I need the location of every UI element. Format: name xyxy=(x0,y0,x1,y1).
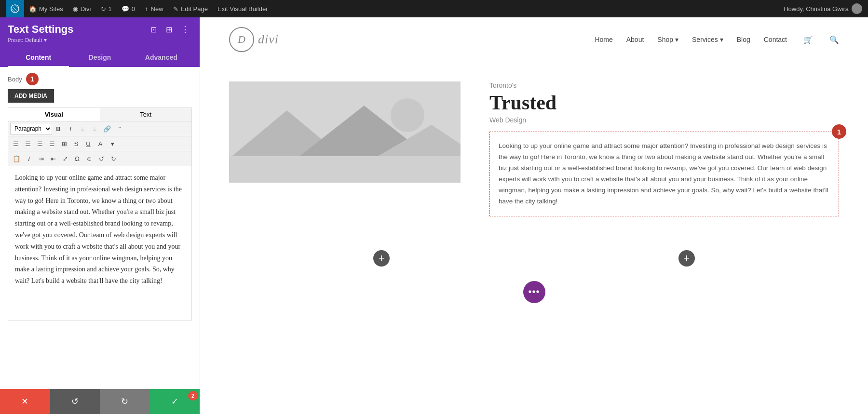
paragraph-select[interactable]: Paragraph Heading 1 Heading 2 xyxy=(10,123,52,134)
save-icon: ✓ xyxy=(171,396,178,407)
text-module-badge: 1 xyxy=(832,124,846,139)
tab-advanced[interactable]: Advanced xyxy=(131,49,192,67)
edit-page-label: Edit Page xyxy=(181,5,208,13)
site-nav: D divi Home About Shop ▾ Services ▾ Blog… xyxy=(200,17,868,62)
editor-tab-bar: Visual Text xyxy=(8,107,192,121)
undo-icon: ↺ xyxy=(71,396,79,407)
align-left-button[interactable]: ☰ xyxy=(10,138,22,149)
fullscreen-button[interactable]: ⤢ xyxy=(59,153,71,164)
search-icon[interactable]: 🔍 xyxy=(829,35,839,44)
nav-shop-label: Shop xyxy=(657,36,673,43)
services-chevron-icon: ▾ xyxy=(720,36,723,43)
sync-count: 1 xyxy=(108,5,112,13)
unordered-list-button[interactable]: ≡ xyxy=(77,123,88,134)
text-color-button[interactable]: A xyxy=(95,138,106,149)
cancel-button[interactable]: ✕ xyxy=(0,389,50,414)
redo-editor-button[interactable]: ↻ xyxy=(108,153,119,164)
exit-builder-label: Exit Visual Builder xyxy=(217,5,268,13)
tab-content[interactable]: Content xyxy=(8,49,69,67)
hero-image xyxy=(229,81,461,183)
editor-content[interactable]: Looking to up your online game and attra… xyxy=(8,166,192,321)
editor-tab-text[interactable]: Text xyxy=(100,108,192,121)
logo-circle-icon: D xyxy=(229,27,254,52)
wordpress-icon xyxy=(11,4,19,13)
nav-home[interactable]: Home xyxy=(595,36,612,43)
emoji-button[interactable]: ☺ xyxy=(83,153,95,164)
panel-body: Body 1 ADD MEDIA Visual Text Paragraph H… xyxy=(0,67,200,389)
toolbar-row-3: 📋 I ⇥ ⇤ ⤢ Ω ☺ ↺ ↻ xyxy=(8,151,191,166)
panel-tabs: Content Design Advanced xyxy=(8,49,192,67)
divi-menu[interactable]: ◉ Divi xyxy=(68,0,96,17)
preset-label[interactable]: Preset: Default ▾ xyxy=(8,37,192,44)
body-label-text: Body xyxy=(8,76,22,83)
nav-services[interactable]: Services ▾ xyxy=(692,36,723,43)
add-media-button[interactable]: ADD MEDIA xyxy=(8,89,54,103)
admin-bar: 🏠 My Sites ◉ Divi ↻ 1 💬 0 + New ✎ Edit P… xyxy=(0,0,868,17)
blockquote-button[interactable]: " xyxy=(114,123,125,134)
nav-about[interactable]: About xyxy=(626,36,644,43)
strikethrough-button[interactable]: S xyxy=(70,138,82,149)
redo-icon: ↻ xyxy=(121,396,128,407)
save-button[interactable]: ✓ 2 xyxy=(150,389,200,414)
bold-button[interactable]: B xyxy=(53,123,64,134)
text-color-arrow[interactable]: ▾ xyxy=(107,138,118,149)
main-nav: Home About Shop ▾ Services ▾ Blog Contac… xyxy=(595,35,839,44)
divi-options-button[interactable]: ••• xyxy=(523,281,545,303)
underline-button[interactable]: U xyxy=(82,138,94,149)
add-icon-2: + xyxy=(683,253,690,264)
my-sites-label: My Sites xyxy=(39,5,63,13)
edit-page-menu[interactable]: ✎ Edit Page xyxy=(168,0,213,17)
align-right-button[interactable]: ☰ xyxy=(34,138,46,149)
justify-button[interactable]: ☰ xyxy=(46,138,58,149)
add-section-button-1[interactable]: + xyxy=(373,250,390,267)
expand-button[interactable]: ⊞ xyxy=(163,24,175,35)
content-right: Toronto's Trusted Web Design 1 Looking t… xyxy=(489,81,839,216)
toolbar-row-2: ☰ ☰ ☰ ☰ ⊞ S U A ▾ xyxy=(8,136,191,151)
panel-footer: ✕ ↺ ↻ ✓ 2 xyxy=(0,389,200,414)
add-section-button-2[interactable]: + xyxy=(678,250,695,267)
exit-builder-menu[interactable]: Exit Visual Builder xyxy=(213,0,273,17)
more-options-button[interactable]: ⋮ xyxy=(178,24,192,35)
edit-icon: ✎ xyxy=(173,5,178,13)
nav-contact[interactable]: Contact xyxy=(764,36,787,43)
my-sites-menu[interactable]: 🏠 My Sites xyxy=(24,0,68,17)
editor-text[interactable]: Looking to up your online game and attra… xyxy=(15,172,185,287)
body-badge: 1 xyxy=(26,73,39,85)
editor-toolbar: Paragraph Heading 1 Heading 2 B I ≡ ≡ 🔗 … xyxy=(8,121,192,166)
link-button[interactable]: 🔗 xyxy=(101,123,113,134)
main-layout: Text Settings ⊡ ⊞ ⋮ Preset: Default ▾ Co… xyxy=(0,17,868,414)
italic-style-button[interactable]: I xyxy=(23,153,35,164)
body-label: Body 1 xyxy=(8,73,192,85)
placeholder-svg xyxy=(229,81,461,183)
undo-button[interactable]: ↺ xyxy=(50,389,100,414)
special-char-button[interactable]: Ω xyxy=(71,153,83,164)
nav-shop[interactable]: Shop ▾ xyxy=(657,36,678,43)
indent-button[interactable]: ⇥ xyxy=(35,153,47,164)
comments-menu[interactable]: 💬 0 xyxy=(117,0,140,17)
italic-button[interactable]: I xyxy=(65,123,76,134)
redo-button[interactable]: ↻ xyxy=(100,389,150,414)
table-button[interactable]: ⊞ xyxy=(58,138,70,149)
editor-tab-visual[interactable]: Visual xyxy=(8,108,100,121)
ordered-list-button[interactable]: ≡ xyxy=(89,123,100,134)
logo-letter: D xyxy=(238,33,245,46)
tab-design[interactable]: Design xyxy=(69,49,130,67)
content-subtitle: Toronto's xyxy=(489,81,839,89)
dots-icon: ••• xyxy=(528,286,540,297)
paste-text-button[interactable]: 📋 xyxy=(10,153,23,164)
undo-editor-button[interactable]: ↺ xyxy=(95,153,107,164)
collapse-button[interactable]: ⊡ xyxy=(148,24,159,35)
wp-logo[interactable] xyxy=(6,0,24,17)
nav-blog[interactable]: Blog xyxy=(737,36,750,43)
new-menu[interactable]: + New xyxy=(140,0,168,17)
add-row: + + xyxy=(200,240,868,276)
sync-menu[interactable]: ↻ 1 xyxy=(96,0,117,17)
cart-icon[interactable]: 🛒 xyxy=(803,35,813,44)
page-content: Toronto's Trusted Web Design 1 Looking t… xyxy=(200,62,868,236)
outdent-button[interactable]: ⇤ xyxy=(47,153,59,164)
cancel-icon: ✕ xyxy=(21,396,28,407)
svg-point-5 xyxy=(391,98,424,132)
align-center-button[interactable]: ☰ xyxy=(22,138,34,149)
bottom-toolbar: ••• xyxy=(200,276,868,308)
text-module[interactable]: 1 Looking to up your online game and att… xyxy=(489,132,839,216)
